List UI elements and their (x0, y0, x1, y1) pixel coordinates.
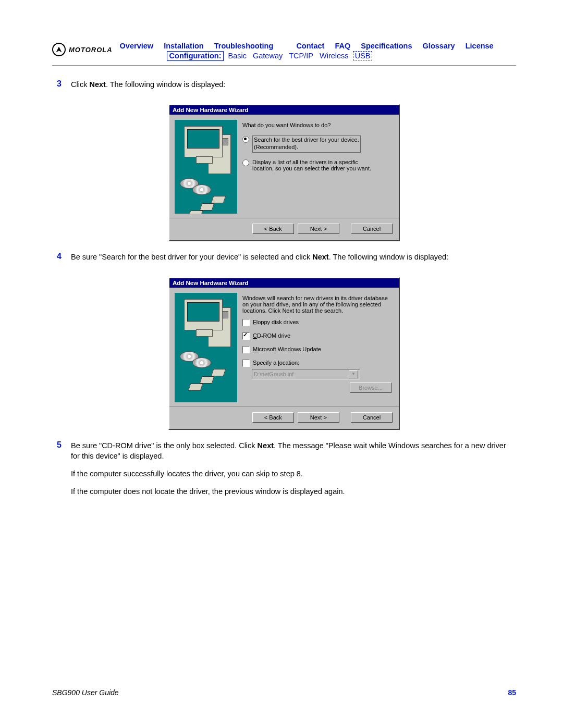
wizard2-browse-button[interactable]: Browse... (350, 382, 391, 393)
nav-faq[interactable]: FAQ (335, 42, 350, 50)
dropdown-arrow-icon[interactable]: ▼ (349, 370, 358, 378)
nav-troubleshooting[interactable]: Troubleshooting (214, 42, 274, 50)
wizard-dialog-1: Add New Hardware Wizard What do you want… (168, 104, 400, 241)
wizard2-check-winupdate[interactable] (242, 346, 250, 353)
page-header: MOTOROLA Overview Installation Troublesh… (52, 42, 516, 60)
step-number-3: 3 (52, 79, 62, 89)
nav-gateway[interactable]: Gateway (253, 52, 283, 60)
wizard2-illustration (175, 293, 237, 402)
footer-guide-title: SBG900 User Guide (52, 688, 119, 697)
nav-overview[interactable]: Overview (120, 42, 154, 50)
wizard2-label-floppy: FFloppy disk drivesloppy disk drives (253, 319, 299, 325)
brand-logo: MOTOROLA (52, 43, 113, 56)
wizard2-titlebar: Add New Hardware Wizard (169, 278, 399, 288)
wizard1-radio-search[interactable] (242, 136, 249, 143)
wizard1-option-list[interactable]: Display a list of all the drivers in a s… (252, 159, 371, 171)
wizard1-back-button[interactable]: < Back (252, 224, 294, 234)
wizard2-next-button[interactable]: Next > (298, 412, 339, 423)
step-5-text-1: Be sure "CD-ROM drive" is the only box s… (71, 440, 516, 462)
nav-basic[interactable]: Basic (228, 52, 247, 60)
wizard2-label-location: Specify a location:Specify a location: (253, 360, 299, 366)
nav-glossary[interactable]: Glossary (423, 42, 455, 50)
page-footer: SBG900 User Guide 85 (52, 688, 516, 697)
wizard2-check-cdrom[interactable] (242, 332, 250, 340)
nav-installation[interactable]: Installation (164, 42, 204, 50)
wizard2-location-input[interactable]: D:\netGousb.inf ▼ (252, 369, 360, 379)
nav-configuration-active[interactable]: Configuration: (167, 51, 224, 61)
top-nav: Overview Installation Troubleshooting Co… (120, 42, 516, 50)
step-4-text: Be sure "Search for the best driver for … (71, 252, 516, 262)
nav-tcpip[interactable]: TCP/IP (289, 52, 313, 60)
wizard2-check-floppy[interactable] (242, 319, 250, 326)
step-5-text-3: If the computer does not locate the driv… (71, 486, 516, 497)
wizard1-next-button[interactable]: Next > (298, 224, 339, 234)
wizard-dialog-2: Add New Hardware Wizard Windows will sea… (168, 277, 400, 430)
wizard1-radio-list[interactable] (242, 159, 249, 166)
wizard1-titlebar: Add New Hardware Wizard (169, 105, 399, 115)
step-number-5: 5 (52, 440, 62, 450)
nav-license[interactable]: License (466, 42, 494, 50)
sub-nav: Configuration: Basic Gateway TCP/IP Wire… (167, 52, 516, 60)
nav-specifications[interactable]: Specifications (361, 42, 412, 50)
step-number-4: 4 (52, 252, 62, 261)
footer-page-number: 85 (508, 688, 516, 697)
wizard1-illustration (175, 120, 237, 214)
step-5-text-2: If the computer successfully locates the… (71, 468, 516, 479)
wizard2-cancel-button[interactable]: Cancel (351, 412, 393, 423)
nav-wireless[interactable]: Wireless (320, 52, 349, 60)
header-divider (52, 65, 516, 66)
wizard2-check-location[interactable] (242, 360, 250, 367)
wizard2-back-button[interactable]: < Back (252, 412, 294, 423)
wizard2-intro: Windows will search for new drivers in i… (242, 295, 393, 314)
wizard2-label-cdrom: CD-ROM driveCD-ROM drive (253, 332, 290, 339)
wizard1-option-search[interactable]: Search for the best driver for your devi… (252, 135, 361, 153)
wizard2-label-winupdate: Microsoft Windows UpdateMicrosoft Window… (253, 346, 321, 352)
wizard1-cancel-button[interactable]: Cancel (351, 224, 393, 234)
nav-usb-current[interactable]: USB (353, 51, 373, 60)
wizard1-prompt: What do you want Windows to do? (242, 122, 393, 128)
nav-contact[interactable]: Contact (296, 42, 324, 50)
brand-name: MOTOROLA (69, 46, 113, 54)
step-3-text: Click Next. The following window is disp… (71, 79, 516, 90)
motorola-logo-icon (52, 43, 66, 56)
